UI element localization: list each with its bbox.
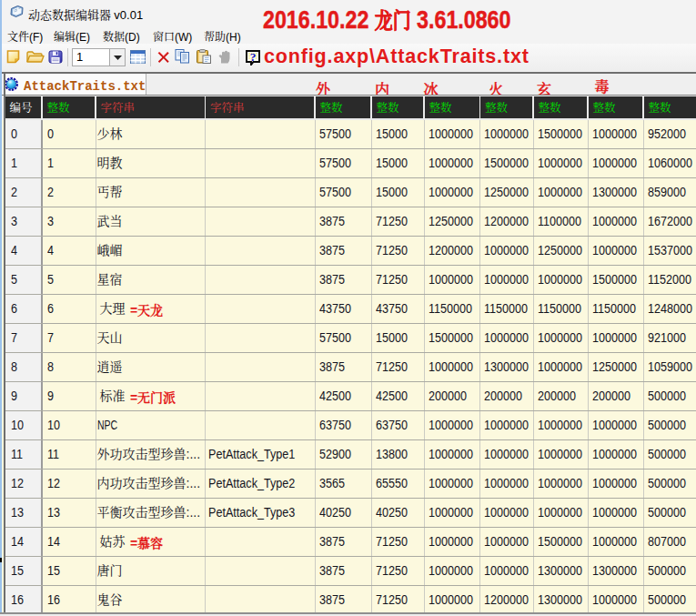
svg-text:?: ? [250,50,257,64]
